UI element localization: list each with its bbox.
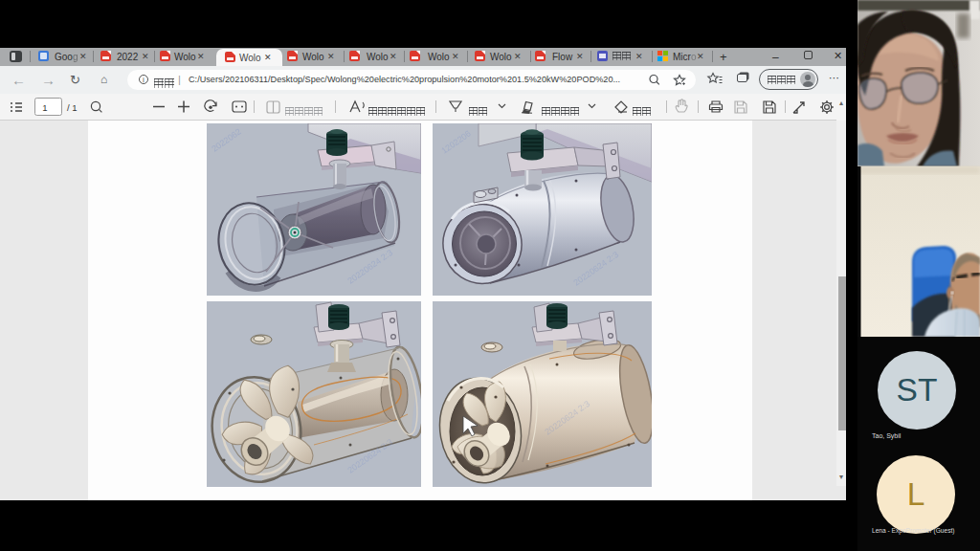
svg-text:ST: ST [897, 372, 938, 408]
svg-text:1202206: 1202206 [439, 128, 472, 155]
svg-text:/ 1: / 1 [67, 102, 78, 113]
svg-text:Tao, Sybil: Tao, Sybil [872, 432, 902, 440]
svg-text:Lena - ExpoPromoter (Guest): Lena - ExpoPromoter (Guest) [872, 527, 955, 535]
svg-text:2022062: 2022062 [210, 126, 242, 153]
svg-text:L: L [907, 476, 925, 512]
svg-text:1: 1 [42, 102, 47, 113]
